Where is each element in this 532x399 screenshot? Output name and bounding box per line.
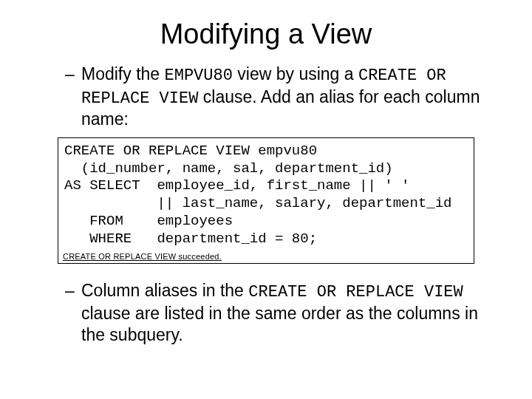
bullet-text: Modify the EMPVU80 view by using a CREAT… (81, 64, 495, 130)
text-run: view by using a (233, 64, 358, 83)
bullet-list: – Column aliases in the CREATE OR REPLAC… (37, 280, 495, 345)
inline-code: EMPVU80 (165, 66, 233, 85)
sql-code: CREATE OR REPLACE VIEW empvu80 (id_numbe… (58, 138, 474, 253)
bullet-dash: – (65, 280, 81, 345)
slide: Modifying a View – Modify the EMPVU80 vi… (0, 0, 532, 399)
bullet-text: Column aliases in the CREATE OR REPLACE … (81, 280, 495, 345)
text-run: Column aliases in the (81, 281, 248, 300)
bullet-item: – Column aliases in the CREATE OR REPLAC… (65, 280, 495, 345)
code-box: CREATE OR REPLACE VIEW empvu80 (id_numbe… (58, 137, 474, 265)
bullet-item: – Modify the EMPVU80 view by using a CRE… (65, 64, 495, 130)
inline-code: CREATE OR REPLACE VIEW (248, 283, 463, 301)
bullet-dash: – (65, 64, 81, 130)
slide-title: Modifying a View (37, 18, 495, 50)
execution-result: CREATE OR REPLACE VIEW succeeded. (58, 252, 474, 263)
bullet-list: – Modify the EMPVU80 view by using a CRE… (37, 64, 495, 130)
text-run: clause are listed in the same order as t… (81, 304, 478, 344)
text-run: Modify the (81, 64, 165, 83)
